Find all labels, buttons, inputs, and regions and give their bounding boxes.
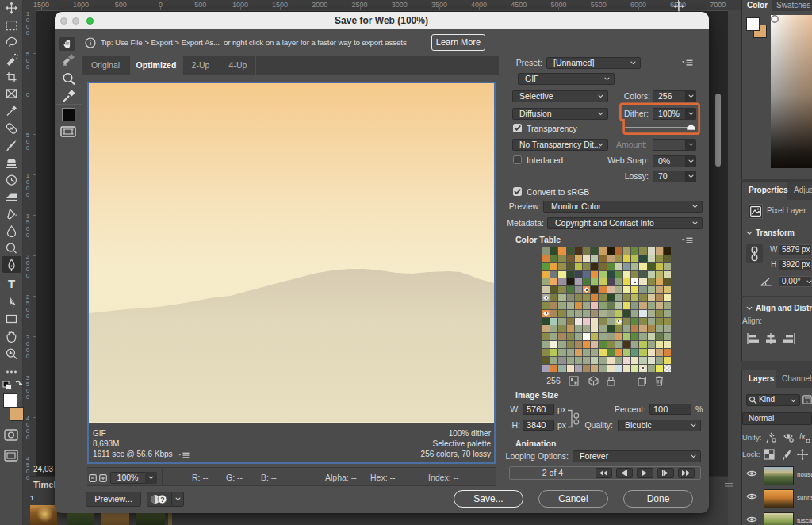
svg-text:fx: fx <box>799 432 806 441</box>
svg-text:?: ? <box>160 496 164 504</box>
svg-text:T: T <box>8 277 15 290</box>
